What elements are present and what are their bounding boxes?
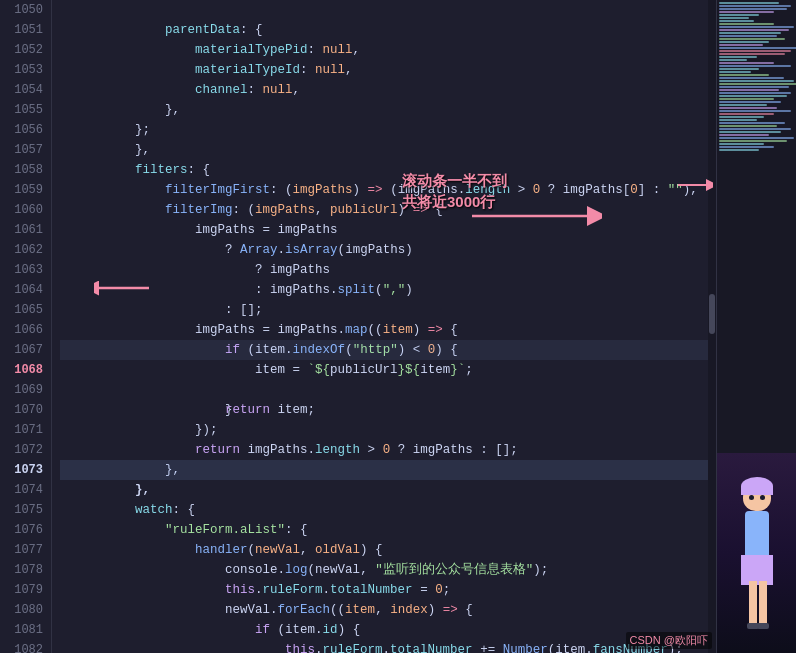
ln-1072: 1072 <box>8 440 43 460</box>
line-numbers: 1050 1051 1052 1053 1054 1055 1056 1057 … <box>0 0 52 653</box>
minimap-line <box>719 92 791 94</box>
minimap-line <box>719 131 781 133</box>
minimap-line <box>719 44 763 46</box>
ln-1067: 1067 <box>8 340 43 360</box>
minimap-line <box>719 77 784 79</box>
code-line-1052: materialTypeId: null, <box>60 40 716 60</box>
minimap-line <box>719 35 777 37</box>
minimap-line <box>719 149 759 151</box>
ln-1057: 1057 <box>8 140 43 160</box>
code-line-1064: : []; <box>60 280 716 300</box>
ln-1073: 1073 <box>8 460 43 480</box>
code-line-1078: this.ruleForm.totalNumber = 0; <box>60 560 716 580</box>
code-line-1079: newVal.forEach((item, index) => { <box>60 580 716 600</box>
code-line-1066: if (item.indexOf("http") < 0) { <box>60 320 716 340</box>
minimap-line <box>719 83 796 85</box>
ln-1065: 1065 <box>8 300 43 320</box>
minimap-line <box>719 140 787 142</box>
minimap-line <box>719 29 789 31</box>
minimap-line <box>719 23 774 25</box>
code-line-1057: filters: { <box>60 140 716 160</box>
code-line-1069: return item; <box>60 380 716 400</box>
minimap-line <box>719 68 759 70</box>
ln-1082: 1082 <box>8 640 43 653</box>
minimap-line <box>719 20 754 22</box>
ln-1081: 1081 <box>8 620 43 640</box>
minimap-line <box>719 107 777 109</box>
minimap-content <box>717 0 796 154</box>
ln-1062: 1062 <box>8 240 43 260</box>
code-line-1063: : imgPaths.split(",") <box>60 260 716 280</box>
minimap-line <box>719 8 787 10</box>
minimap-line <box>719 95 787 97</box>
editor-area: 1050 1051 1052 1053 1054 1055 1056 1057 … <box>0 0 796 653</box>
ln-1071: 1071 <box>8 420 43 440</box>
minimap-line <box>719 143 764 145</box>
code-line-1076: handler(newVal, oldVal) { <box>60 520 716 540</box>
minimap-line <box>719 56 757 58</box>
minimap-line <box>719 137 794 139</box>
minimap-line <box>719 71 751 73</box>
minimap-line <box>719 50 791 52</box>
minimap-line <box>719 98 774 100</box>
ln-1060: 1060 <box>8 200 43 220</box>
ln-1076: 1076 <box>8 520 43 540</box>
minimap-line <box>719 26 794 28</box>
ln-1053: 1053 <box>8 60 43 80</box>
code-line-1070: }); <box>60 400 716 420</box>
code-line-1074: watch: { <box>60 480 716 500</box>
ln-1070: 1070 <box>8 400 43 420</box>
minimap-line <box>719 17 749 19</box>
minimap-line <box>719 122 785 124</box>
minimap-line <box>719 2 779 4</box>
csdn-watermark: CSDN @欧阳吓 <box>626 632 712 649</box>
ln-1075: 1075 <box>8 500 43 520</box>
code-line-1056: }, <box>60 120 716 140</box>
code-line-1061: ? Array.isArray(imgPaths) <box>60 220 716 240</box>
minimap-line <box>719 89 779 91</box>
scrollbar-thumb[interactable] <box>709 294 715 334</box>
ln-1066: 1066 <box>8 320 43 340</box>
ln-1080: 1080 <box>8 600 43 620</box>
minimap-line <box>719 32 781 34</box>
code-line-1071: return imgPaths.length > 0 ? imgPaths : … <box>60 420 716 440</box>
minimap-line <box>719 101 781 103</box>
minimap-line <box>719 113 774 115</box>
vertical-scrollbar[interactable] <box>708 0 716 653</box>
minimap-line <box>719 104 767 106</box>
code-line-1050: parentData: { <box>60 0 716 20</box>
ln-1051: 1051 <box>8 20 43 40</box>
minimap-line <box>719 38 785 40</box>
ln-1063: 1063 <box>8 260 43 280</box>
code-line-1067: item = `${publicUrl}${item}`; <box>60 340 716 360</box>
ln-1069: 1069 <box>8 380 43 400</box>
code-line-1065: imgPaths = imgPaths.map((item) => { <box>60 300 716 320</box>
minimap-line <box>719 80 794 82</box>
ln-1079: 1079 <box>8 580 43 600</box>
ln-1064: 1064 <box>8 280 43 300</box>
minimap-line <box>719 5 791 7</box>
ln-1055: 1055 <box>8 100 43 120</box>
code-content[interactable]: 滚动条一半不到 共将近3000行 parentData: { <box>52 0 716 653</box>
minimap-line <box>719 110 791 112</box>
code-line-1077: console.log(newVal, "监听到的公众号信息表格"); <box>60 540 716 560</box>
code-line-1068: ● } <box>60 360 716 380</box>
code-line-1073: }, <box>60 460 716 480</box>
code-line-1082: } <box>60 640 716 653</box>
code-line-1058: filterImgFirst: (imgPaths) => (imgPaths.… <box>60 160 716 180</box>
minimap-line <box>719 119 757 121</box>
ln-1050: 1050 <box>8 0 43 20</box>
ln-1074: 1074 <box>8 480 43 500</box>
code-line-1060: imgPaths = imgPaths <box>60 200 716 220</box>
minimap-line <box>719 11 774 13</box>
minimap-line <box>719 86 789 88</box>
ln-1058: 1058 <box>8 160 43 180</box>
minimap-line <box>719 134 769 136</box>
code-line-1080: if (item.id) { <box>60 600 716 620</box>
code-line-1059: filterImg: (imgPaths, publicUrl) => { <box>60 180 716 200</box>
ln-1056: 1056 <box>8 120 43 140</box>
ln-1059: 1059 <box>8 180 43 200</box>
code-line-1072: }, <box>60 440 716 460</box>
ln-1052: 1052 <box>8 40 43 60</box>
minimap-line <box>719 146 774 148</box>
